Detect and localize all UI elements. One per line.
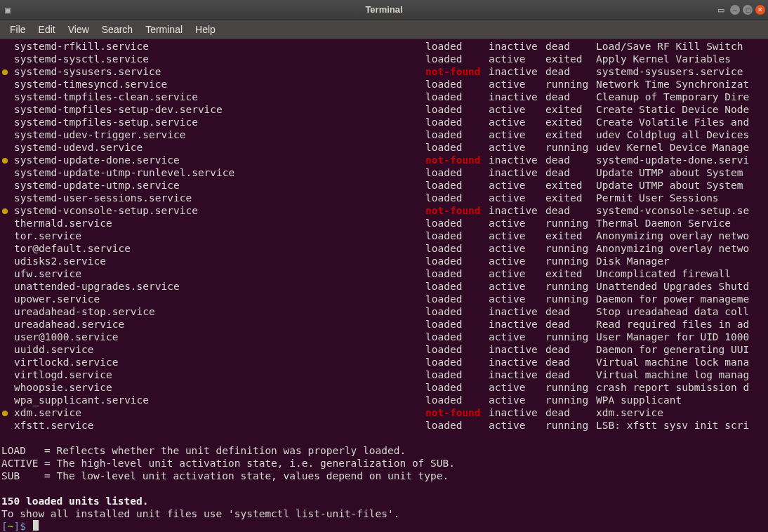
- unit-name: ureadahead-stop.service: [14, 305, 425, 318]
- menu-indicator-icon[interactable]: ▭: [717, 4, 724, 16]
- load-state: loaded: [425, 128, 489, 141]
- menu-search[interactable]: Search: [96, 21, 138, 38]
- active-state: active: [489, 78, 545, 91]
- unit-name: whoopsie.service: [14, 381, 425, 394]
- load-state: loaded: [425, 394, 489, 406]
- sub-state: dead: [545, 318, 596, 331]
- description: Virtual machine log manag: [596, 368, 767, 381]
- status-bullet: [1, 116, 14, 128]
- load-state: loaded: [425, 381, 489, 394]
- status-bullet: [1, 179, 14, 192]
- active-state: active: [489, 267, 545, 280]
- active-state: inactive: [489, 368, 545, 381]
- description: Permit User Sessions: [596, 192, 767, 204]
- load-state: loaded: [425, 103, 489, 116]
- status-bullet: [1, 154, 14, 166]
- service-row: xdm.servicenot-foundinactivedeadxdm.serv…: [1, 406, 767, 419]
- sub-state: dead: [545, 356, 596, 368]
- unit-name: systemd-update-utmp-runlevel.service: [14, 166, 425, 179]
- service-row: tor.serviceloadedactiveexitedAnonymizing…: [1, 230, 767, 242]
- description: Disk Manager: [596, 255, 767, 267]
- menu-help[interactable]: Help: [190, 21, 221, 38]
- active-state: active: [489, 217, 545, 230]
- load-state: loaded: [425, 217, 489, 230]
- description: Create Static Device Node: [596, 103, 767, 116]
- unit-name: udisks2.service: [14, 255, 425, 267]
- load-state: loaded: [425, 280, 489, 293]
- status-bullet: [1, 128, 14, 141]
- active-state: active: [489, 293, 545, 305]
- unit-name: systemd-udev-trigger.service: [14, 128, 425, 141]
- service-row: systemd-udev-trigger.serviceloadedactive…: [1, 128, 767, 141]
- status-bullet: [1, 40, 14, 53]
- service-row: thermald.serviceloadedactiverunningTherm…: [1, 217, 767, 230]
- sub-state: exited: [545, 103, 596, 116]
- service-row: udisks2.serviceloadedactiverunningDisk M…: [1, 255, 767, 267]
- active-state: active: [489, 53, 545, 65]
- active-state: inactive: [489, 406, 545, 419]
- menu-bar: File Edit View Search Terminal Help: [0, 20, 768, 39]
- active-state: active: [489, 242, 545, 255]
- unit-name: xfstt.service: [14, 419, 425, 432]
- menu-terminal[interactable]: Terminal: [140, 21, 188, 38]
- status-bullet: [1, 255, 14, 267]
- menu-edit[interactable]: Edit: [33, 21, 61, 38]
- unit-name: unattended-upgrades.service: [14, 280, 425, 293]
- active-state: active: [489, 128, 545, 141]
- minimize-button[interactable]: –: [730, 5, 740, 15]
- unit-name: systemd-user-sessions.service: [14, 192, 425, 204]
- shell-prompt[interactable]: [~]$: [1, 520, 767, 532]
- load-state: loaded: [425, 141, 489, 154]
- load-state: loaded: [425, 192, 489, 204]
- status-bullet: [1, 103, 14, 116]
- status-bullet: [1, 204, 14, 217]
- menu-view[interactable]: View: [62, 21, 95, 38]
- load-state: loaded: [425, 331, 489, 343]
- description: Daemon for generating UUI: [596, 343, 767, 356]
- active-state: inactive: [489, 91, 545, 103]
- menu-file[interactable]: File: [4, 21, 32, 38]
- description: Network Time Synchronizat: [596, 78, 767, 91]
- description: User Manager for UID 1000: [596, 331, 767, 343]
- load-state: not-found: [425, 204, 489, 217]
- sub-state: running: [545, 217, 596, 230]
- status-bullet: [1, 381, 14, 394]
- units-count: 150 loaded units listed.: [1, 495, 767, 507]
- status-bullet: [1, 318, 14, 331]
- sub-state: exited: [545, 230, 596, 242]
- terminal-output[interactable]: systemd-rfkill.serviceloadedinactivedead…: [0, 39, 768, 532]
- active-state: active: [489, 280, 545, 293]
- sub-state: exited: [545, 192, 596, 204]
- footer-hint: To show all installed unit files use 'sy…: [1, 507, 767, 520]
- cursor: [33, 520, 39, 531]
- unit-name: systemd-update-done.service: [14, 154, 425, 166]
- description: xdm.service: [596, 406, 767, 419]
- description: WPA supplicant: [596, 394, 767, 406]
- maximize-button[interactable]: ◻: [743, 5, 753, 15]
- unit-name: systemd-update-utmp.service: [14, 179, 425, 192]
- load-state: loaded: [425, 318, 489, 331]
- active-state: inactive: [489, 40, 545, 53]
- close-button[interactable]: ✕: [755, 5, 765, 15]
- service-row: systemd-update-utmp.serviceloadedactivee…: [1, 179, 767, 192]
- description: Read required files in ad: [596, 318, 767, 331]
- unit-name: ureadahead.service: [14, 318, 425, 331]
- load-state: loaded: [425, 255, 489, 267]
- load-state: loaded: [425, 368, 489, 381]
- window-titlebar: ▣ Terminal ▭ – ◻ ✕: [0, 0, 768, 20]
- load-state: loaded: [425, 116, 489, 128]
- service-row: upower.serviceloadedactiverunningDaemon …: [1, 293, 767, 305]
- load-state: loaded: [425, 267, 489, 280]
- description: crash report submission d: [596, 381, 767, 394]
- description: Load/Save RF Kill Switch: [596, 40, 767, 53]
- description: Update UTMP about System: [596, 179, 767, 192]
- unit-name: systemd-timesyncd.service: [14, 78, 425, 91]
- sub-state: running: [545, 394, 596, 406]
- service-row: ufw.serviceloadedactiveexitedUncomplicat…: [1, 267, 767, 280]
- active-state: active: [489, 394, 545, 406]
- sub-state: running: [545, 419, 596, 432]
- load-state: loaded: [425, 230, 489, 242]
- status-bullet: [1, 280, 14, 293]
- description: Uncomplicated firewall: [596, 267, 767, 280]
- sub-state: running: [545, 255, 596, 267]
